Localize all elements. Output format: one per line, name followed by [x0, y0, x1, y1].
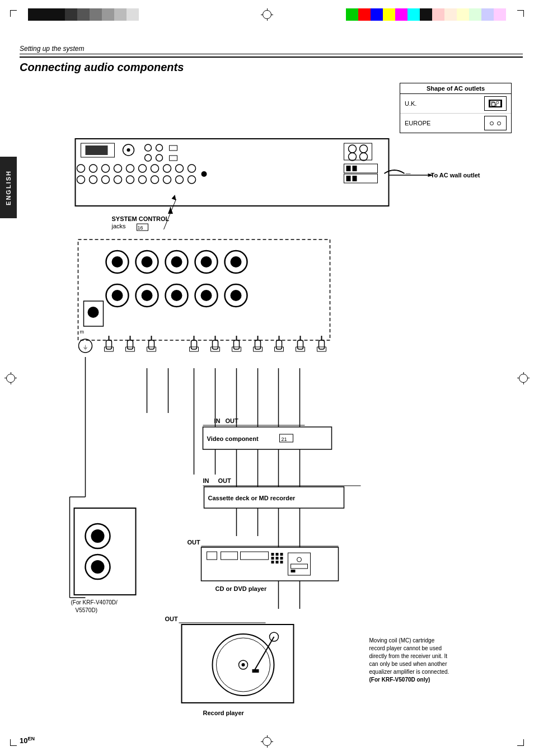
svg-text:can only be used when another: can only be used when another [369, 661, 448, 667]
svg-rect-96 [234, 340, 240, 349]
svg-rect-90 [149, 340, 154, 349]
sidebar-english: ENGLISH [0, 157, 17, 218]
svg-text:OUT: OUT [165, 616, 179, 622]
svg-text:IN: IN [214, 417, 221, 424]
svg-text:IN: IN [203, 477, 209, 484]
page-number: 10EN [20, 736, 35, 745]
svg-rect-140 [276, 557, 279, 560]
connection-diagram: — SYSTEM CONTROL jacks 16 To AC [20, 83, 523, 743]
svg-point-35 [202, 171, 207, 177]
svg-text:SYSTEM CONTROL: SYSTEM CONTROL [112, 215, 170, 222]
svg-text:⏚: ⏚ [83, 343, 88, 351]
svg-point-72 [112, 290, 123, 301]
svg-text:(For KRF-V5070D only): (For KRF-V5070D only) [369, 677, 430, 683]
svg-text:OUT: OUT [226, 417, 239, 424]
svg-point-156 [242, 663, 245, 666]
svg-rect-92 [191, 340, 197, 349]
svg-rect-143 [276, 561, 279, 564]
svg-rect-139 [271, 557, 274, 560]
svg-rect-144 [280, 561, 283, 564]
section-header: Setting up the system [20, 45, 523, 54]
reg-mark-top [261, 8, 273, 21]
svg-text:(For KRF-V4070D/: (For KRF-V4070D/ [71, 599, 118, 605]
svg-point-8 [127, 148, 130, 152]
color-bar-top-left [28, 8, 139, 21]
svg-point-80 [231, 290, 242, 301]
svg-text:m: m [80, 329, 85, 335]
svg-point-163 [91, 529, 105, 543]
svg-text:16: 16 [138, 225, 143, 231]
svg-rect-94 [213, 340, 218, 349]
svg-rect-136 [271, 553, 274, 556]
svg-text:CD or DVD player: CD or DVD player [216, 585, 267, 592]
svg-rect-148 [291, 570, 296, 572]
svg-point-62 [112, 256, 123, 267]
svg-text:directly from the receiver uni: directly from the receiver unit. It [369, 653, 448, 659]
svg-text:21: 21 [282, 436, 287, 442]
svg-point-165 [91, 560, 105, 574]
corner-mark-bl [10, 739, 17, 746]
svg-point-82 [88, 307, 99, 318]
svg-text:Cassette deck or MD recorder: Cassette deck or MD recorder [208, 495, 296, 501]
svg-point-70 [231, 256, 242, 267]
svg-rect-104 [319, 340, 325, 349]
svg-rect-46 [353, 176, 357, 181]
section-title: Connecting audio components [20, 61, 523, 74]
svg-text:OUT: OUT [218, 477, 232, 484]
svg-text:jacks: jacks [111, 223, 127, 229]
svg-rect-45 [346, 176, 351, 181]
svg-point-74 [142, 290, 153, 301]
svg-rect-102 [298, 340, 303, 349]
svg-rect-142 [271, 561, 274, 564]
svg-text:equalizer amplifier is connect: equalizer amplifier is connected. [369, 669, 449, 675]
reg-mark-bottom [261, 735, 273, 748]
svg-rect-137 [276, 553, 279, 556]
svg-text:Record player: Record player [203, 710, 245, 716]
svg-rect-86 [106, 340, 112, 349]
svg-rect-6 [86, 145, 108, 155]
svg-rect-98 [255, 340, 261, 349]
svg-rect-43 [346, 166, 351, 171]
svg-text:V5570D): V5570D) [76, 607, 97, 613]
reg-mark-left [4, 372, 17, 384]
svg-point-64 [142, 256, 153, 267]
color-bar-top-right [346, 8, 506, 21]
svg-text:OUT: OUT [188, 539, 201, 546]
svg-rect-4 [76, 139, 389, 206]
svg-rect-161 [74, 508, 136, 595]
svg-rect-132 [202, 547, 339, 581]
svg-rect-100 [277, 340, 282, 349]
svg-rect-138 [280, 553, 283, 556]
svg-point-76 [171, 290, 182, 301]
svg-text:record player cannot be used: record player cannot be used [369, 645, 442, 651]
svg-point-78 [201, 290, 212, 301]
svg-text:To AC wall outlet: To AC wall outlet [431, 172, 480, 179]
svg-rect-141 [280, 557, 283, 560]
svg-rect-44 [353, 166, 357, 171]
main-content: Setting up the system Connecting audio c… [20, 45, 523, 734]
svg-rect-159 [252, 669, 259, 673]
svg-text:Moving coil (MC) cartridge: Moving coil (MC) cartridge [369, 637, 435, 644]
svg-text:Video component: Video component [207, 435, 259, 442]
svg-point-68 [201, 256, 212, 267]
svg-point-66 [171, 256, 182, 267]
diagram-container: Shape of AC outlets U.K. EUROPE [20, 83, 523, 743]
corner-mark-tr [517, 10, 524, 17]
corner-mark-tl [10, 10, 17, 17]
svg-rect-88 [128, 340, 133, 349]
